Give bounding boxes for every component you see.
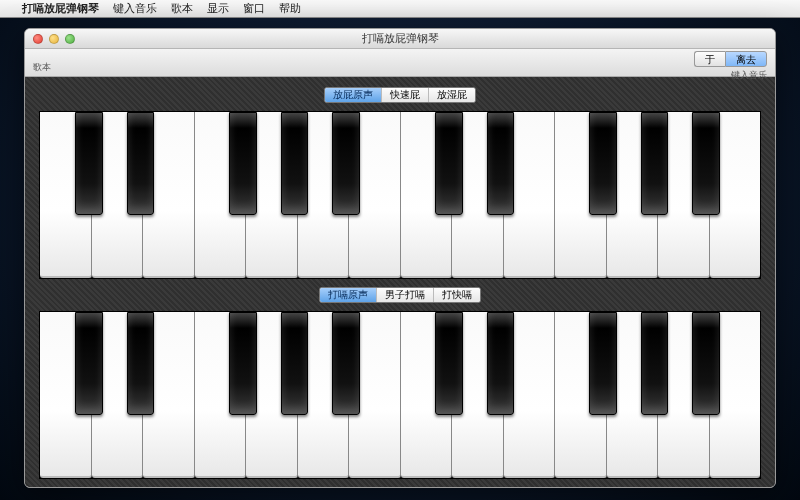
black-key[interactable] — [75, 112, 102, 215]
black-key[interactable] — [487, 112, 514, 215]
window-title: 打嗝放屁弹钢琴 — [25, 31, 775, 46]
window-controls — [33, 34, 75, 44]
menu-app[interactable]: 打嗝放屁弹钢琴 — [22, 1, 99, 16]
zoom-icon[interactable] — [65, 34, 75, 44]
segmented-option[interactable]: 放屁原声 — [325, 88, 382, 102]
segmented-option[interactable]: 打快嗝 — [434, 288, 480, 302]
black-key[interactable] — [692, 112, 719, 215]
black-key[interactable] — [229, 312, 256, 415]
sound-mode-segmented-bottom[interactable]: 打嗝原声男子打嗝打快嗝 — [319, 287, 481, 303]
keyboard-bottom[interactable] — [39, 311, 761, 479]
segmented-option[interactable]: 放湿屁 — [429, 88, 475, 102]
system-menubar: 打嗝放屁弹钢琴 键入音乐 歌本 显示 窗口 帮助 — [0, 0, 800, 18]
window-toolbar: 歌本 于 离去 键入音乐 — [25, 49, 775, 77]
sound-mode-segmented-top[interactable]: 放屁原声快速屁放湿屁 — [324, 87, 476, 103]
segmented-option[interactable]: 打嗝原声 — [320, 288, 377, 302]
leave-button[interactable]: 离去 — [725, 51, 767, 67]
piano-area: 放屁原声快速屁放湿屁 打嗝原声男子打嗝打快嗝 — [25, 77, 775, 487]
window-titlebar: 打嗝放屁弹钢琴 — [25, 29, 775, 49]
black-key[interactable] — [229, 112, 256, 215]
black-key[interactable] — [435, 312, 462, 415]
menu-item[interactable]: 歌本 — [171, 1, 193, 16]
toolbar-label-type-music[interactable]: 键入音乐 — [731, 69, 767, 82]
black-key[interactable] — [692, 312, 719, 415]
black-key[interactable] — [487, 312, 514, 415]
about-button[interactable]: 于 — [694, 51, 725, 67]
black-key[interactable] — [281, 112, 308, 215]
minimize-icon[interactable] — [49, 34, 59, 44]
black-key[interactable] — [127, 312, 154, 415]
black-key[interactable] — [589, 112, 616, 215]
toolbar-label-songbook[interactable]: 歌本 — [33, 61, 51, 74]
black-key[interactable] — [332, 312, 359, 415]
black-key[interactable] — [641, 312, 668, 415]
segmented-option[interactable]: 快速屁 — [382, 88, 429, 102]
black-key[interactable] — [127, 112, 154, 215]
app-window: 打嗝放屁弹钢琴 歌本 于 离去 键入音乐 放屁原声快速屁放湿屁 打嗝原声男子打嗝… — [24, 28, 776, 488]
black-key[interactable] — [281, 312, 308, 415]
toolbar-button-group: 于 离去 — [694, 51, 767, 67]
menu-item[interactable]: 显示 — [207, 1, 229, 16]
black-key[interactable] — [332, 112, 359, 215]
menu-item[interactable]: 窗口 — [243, 1, 265, 16]
menu-item[interactable]: 帮助 — [279, 1, 301, 16]
keyboard-top[interactable] — [39, 111, 761, 279]
close-icon[interactable] — [33, 34, 43, 44]
black-key[interactable] — [75, 312, 102, 415]
black-key[interactable] — [589, 312, 616, 415]
menu-item[interactable]: 键入音乐 — [113, 1, 157, 16]
black-key[interactable] — [435, 112, 462, 215]
segmented-option[interactable]: 男子打嗝 — [377, 288, 434, 302]
black-key[interactable] — [641, 112, 668, 215]
